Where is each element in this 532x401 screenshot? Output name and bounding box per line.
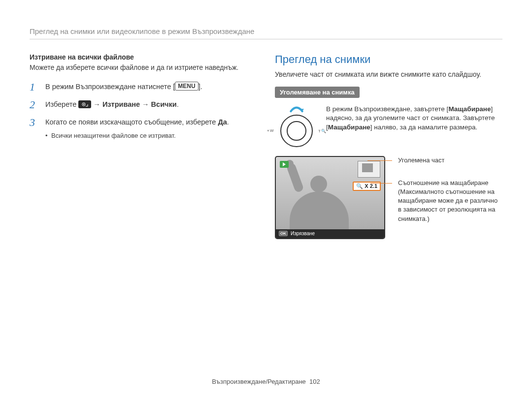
- lcd-screen: 🔍 X 2.1 OK Изрязване: [275, 156, 385, 239]
- text-segment: Изберете: [45, 100, 78, 108]
- dial-wide-label: ⌖ W: [267, 128, 274, 133]
- footer-section: Възпроизвеждане/Редактиране: [212, 378, 306, 385]
- text-segment: В режим Възпроизвеждане, завъртете [: [326, 105, 448, 113]
- delete-all-intro: Можете да изберете всички файлове и да г…: [30, 63, 257, 73]
- gear-icon: [78, 100, 91, 108]
- crop-label: Изрязване: [291, 231, 315, 236]
- content-columns: Изтриване на всички файлове Можете да из…: [30, 53, 502, 239]
- callout-text: Съотношение на мащабиране (Максималното …: [398, 179, 498, 222]
- text-segment: В режим Възпроизвеждане натиснете [: [45, 83, 175, 91]
- text-segment: ].: [199, 83, 202, 91]
- text-segment: ] наляво, за да намалите размера.: [370, 123, 477, 131]
- play-icon: [280, 161, 289, 168]
- text-segment: .: [177, 100, 179, 108]
- step-2: 2 Изберете → Изтриване → Всички.: [30, 99, 257, 110]
- step-1-text: В режим Възпроизвеждане натиснете [MENU]…: [45, 82, 202, 92]
- zoom-dial-icon: [280, 115, 313, 147]
- w-label: W: [270, 128, 274, 133]
- silhouette-head: [310, 176, 327, 192]
- step-3-text: Когато се появи изскачащото съобщение, и…: [45, 117, 229, 141]
- zoom-control-name: Мащабиране: [448, 105, 491, 113]
- t-label: T: [318, 128, 321, 133]
- steps-list: 1 В режим Възпроизвеждане натиснете [MEN…: [30, 82, 257, 141]
- rotate-arrow-icon: [289, 105, 304, 114]
- lcd-figure-row: 🔍 X 2.1 OK Изрязване Уголемена част: [275, 156, 502, 239]
- crop-bar: OK Изрязване: [276, 229, 384, 238]
- view-photos-title: Преглед на снимки: [275, 53, 502, 66]
- step-number: 2: [30, 99, 38, 110]
- step-number: 1: [30, 82, 38, 93]
- zoom-dial-row: ⌖ W T 🔍 В режим Възпроизвеждане, завърте…: [275, 105, 502, 147]
- zoom-value: X 2.1: [365, 183, 377, 189]
- callout-enlarged-area: Уголемена част: [392, 156, 502, 165]
- dial-tele-label: T 🔍: [318, 128, 326, 133]
- page-number: 102: [309, 378, 320, 385]
- arrow-icon: →: [140, 100, 151, 108]
- enlarge-subheading: Уголемяване на снимка: [275, 87, 360, 98]
- menu-button-label: MENU: [175, 82, 198, 91]
- step-1: 1 В режим Възпроизвеждане натиснете [MEN…: [30, 82, 257, 93]
- left-column: Изтриване на всички файлове Можете да из…: [30, 53, 257, 239]
- page: Преглед на снимки или видеоклипове в реж…: [0, 0, 532, 401]
- callout-line-icon: [370, 183, 392, 184]
- magnifier-icon: 🔍: [356, 183, 363, 189]
- text-segment: Когато се появи изскачащото съобщение, и…: [45, 118, 218, 126]
- step-2-text: Изберете → Изтриване → Всички.: [45, 99, 179, 110]
- svg-point-1: [83, 103, 84, 104]
- callout-text: Уголемена част: [398, 156, 445, 164]
- view-photos-intro: Увеличете част от снимката или вижте сни…: [275, 70, 502, 80]
- callouts: Уголемена част Съотношение на мащабиране…: [392, 156, 502, 237]
- magnifier-icon: 🔍: [321, 128, 326, 133]
- menu-path-all: Всички: [151, 100, 177, 108]
- menu-path-delete: Изтриване: [102, 100, 140, 108]
- section-header: Преглед на снимки или видеоклипове в реж…: [30, 27, 502, 39]
- step-3-note: Всички незащитени файлове се изтриват.: [45, 131, 229, 141]
- arrow-icon: →: [91, 100, 102, 108]
- step-number: 3: [30, 117, 38, 128]
- minimap-viewport: [362, 163, 373, 172]
- minimap-thumbnail: [358, 161, 380, 178]
- zoom-dial-figure: ⌖ W T 🔍: [275, 105, 318, 147]
- step-3: 3 Когато се появи изскачащото съобщение,…: [30, 117, 257, 141]
- zoom-control-name: Мащабиране: [328, 123, 370, 131]
- delete-all-heading: Изтриване на всички файлове: [30, 53, 257, 61]
- right-column: Преглед на снимки Увеличете част от сним…: [275, 53, 502, 239]
- ok-icon: OK: [279, 231, 288, 236]
- text-segment: .: [227, 118, 229, 126]
- callout-line-icon: [367, 160, 392, 161]
- yes-option: Да: [218, 118, 227, 126]
- callout-zoom-ratio: Съотношение на мащабиране (Максималното …: [392, 179, 502, 223]
- crosshair-icon: ⌖: [267, 128, 269, 133]
- zoom-dial-text: В режим Възпроизвеждане, завъртете [Маща…: [326, 105, 502, 133]
- page-footer: Възпроизвеждане/Редактиране 102: [0, 378, 532, 385]
